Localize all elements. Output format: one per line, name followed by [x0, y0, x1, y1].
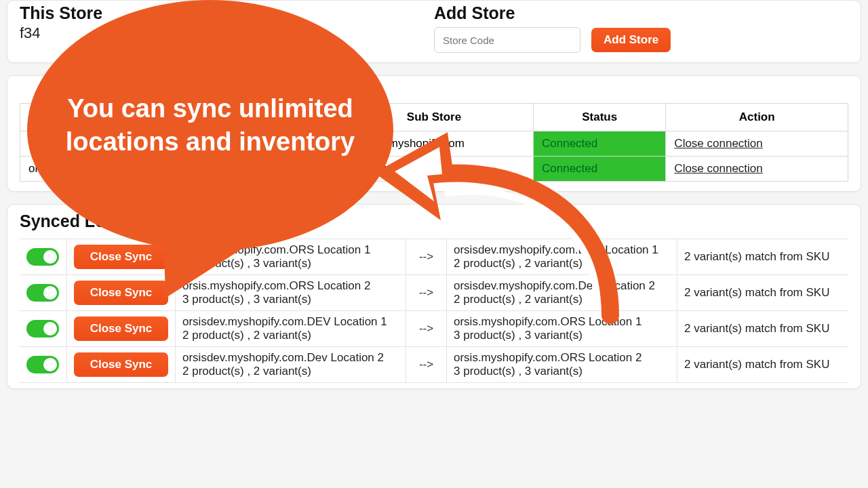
sync-toggle[interactable] [26, 356, 59, 373]
sync-toggle[interactable] [26, 284, 59, 302]
sync-toggle[interactable] [26, 248, 59, 266]
close-sync-button[interactable]: Close Sync [74, 352, 168, 377]
sync-match: 2 variant(s) match from SKU [677, 275, 848, 310]
sync-from: orsisdev.myshopify.com.Dev Location 2 2 … [176, 347, 406, 382]
add-store-button[interactable]: Add Store [591, 28, 671, 52]
callout-bubble: You can sync unlimited locations and inv… [27, 0, 393, 251]
close-connection-link[interactable]: Close connection [674, 137, 762, 150]
add-store-section: Add Store Add Store [434, 1, 848, 53]
sync-match: 2 variant(s) match from SKU [677, 347, 848, 382]
sync-row: Close Sync orsisdev.myshopify.com.Dev Lo… [20, 346, 848, 383]
store-code-input[interactable] [434, 27, 580, 53]
add-store-title: Add Store [434, 3, 848, 23]
close-sync-button[interactable]: Close Sync [74, 317, 168, 341]
sync-to: orsis.myshopify.com.ORS Location 2 3 pro… [447, 347, 677, 382]
arrow-icon: --> [406, 347, 447, 382]
sync-match: 2 variant(s) match from SKU [677, 239, 848, 274]
sync-match: 2 variant(s) match from SKU [677, 311, 848, 346]
callout-text: You can sync unlimited locations and inv… [61, 92, 359, 159]
sync-toggle[interactable] [26, 320, 59, 338]
col-status: Status [534, 104, 666, 131]
curved-arrow-icon [366, 132, 624, 336]
col-action: Action [666, 104, 848, 131]
close-connection-link[interactable]: Close connection [674, 162, 762, 175]
